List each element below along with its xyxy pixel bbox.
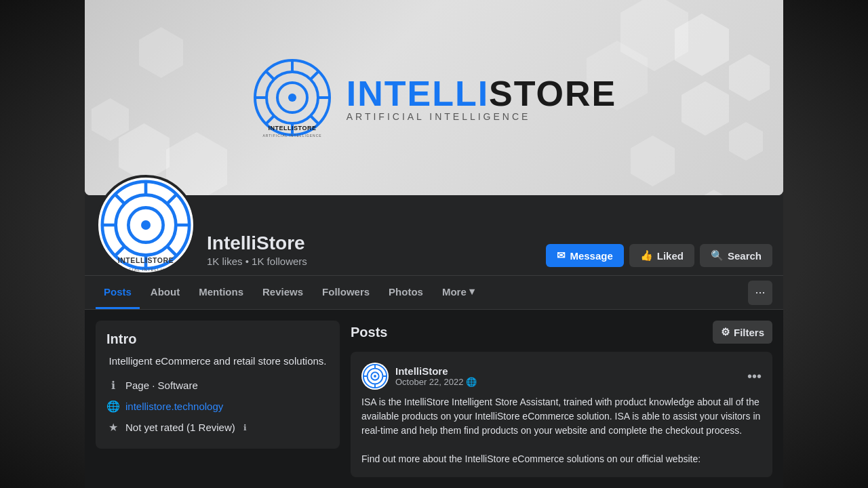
page-stats: 1K likes • 1K followers bbox=[207, 256, 535, 267]
message-button[interactable]: ✉ Message bbox=[546, 244, 623, 267]
svg-text:ARTIFICIAL INTELLIGENCE: ARTIFICIAL INTELLIGENCE bbox=[262, 134, 321, 138]
post-avatar bbox=[361, 363, 389, 390]
posts-header: Posts ⚙ Filters bbox=[351, 321, 772, 344]
message-icon: ✉ bbox=[557, 249, 566, 262]
intro-website-link[interactable]: intellistore.technology bbox=[125, 401, 223, 412]
message-label: Message bbox=[570, 250, 612, 262]
svg-text:INTELLISTORE: INTELLISTORE bbox=[118, 256, 174, 264]
post-visibility-icon: 🌐 bbox=[466, 377, 477, 387]
post-more-button[interactable]: ••• bbox=[747, 369, 762, 384]
svg-line-8 bbox=[311, 116, 319, 124]
post-author-name: IntelliStore bbox=[395, 365, 477, 377]
intro-website-row: 🌐 intellistore.technology bbox=[106, 396, 329, 417]
tab-photos[interactable]: Photos bbox=[380, 277, 431, 309]
tab-more[interactable]: More ▾ bbox=[434, 276, 483, 309]
intro-rating-row: ★ Not yet rated (1 Review) ℹ bbox=[106, 417, 329, 438]
post-body-line2: available products on your IntelliStore … bbox=[361, 409, 762, 424]
svg-line-10 bbox=[266, 116, 274, 124]
intellistore-logo-icon: INTELLISTORE ARTIFICIAL INTELLIGENCE bbox=[252, 57, 333, 138]
post-body: ISA is the IntelliStore Intelligent Stor… bbox=[361, 395, 762, 466]
liked-button[interactable]: 👍 Liked bbox=[629, 244, 694, 267]
intro-rating: Not yet rated (1 Review) bbox=[125, 422, 235, 433]
brand-logo-area: INTELLISTORE ARTIFICIAL INTELLIGENCE INT… bbox=[252, 57, 617, 138]
profile-actions: ✉ Message 👍 Liked 🔍 Search bbox=[546, 239, 772, 275]
svg-line-9 bbox=[311, 71, 319, 79]
tab-about[interactable]: About bbox=[142, 277, 188, 309]
post-body-line3: real-time and help them find products on… bbox=[361, 424, 762, 438]
post-avatar-icon bbox=[362, 363, 388, 389]
nav-tabs: Posts About Mentions Reviews Followers P… bbox=[85, 276, 783, 310]
search-icon: 🔍 bbox=[711, 249, 724, 262]
brand-name-part1: INTELLI bbox=[347, 74, 489, 113]
profile-section: INTELLISTORE ARTIFICIAL INTELLIGENCE Int… bbox=[85, 195, 783, 276]
left-column: Intro Intelligent eCommerce and retail s… bbox=[96, 321, 340, 477]
post-author: IntelliStore October 22, 2022 🌐 bbox=[361, 363, 477, 390]
cover-photo: INTELLISTORE ARTIFICIAL INTELLIGENCE INT… bbox=[85, 0, 783, 195]
more-label: More bbox=[442, 286, 467, 298]
nav-more-button[interactable]: ··· bbox=[748, 281, 772, 305]
svg-line-24 bbox=[115, 247, 125, 256]
posts-title: Posts bbox=[351, 325, 387, 340]
svg-line-23 bbox=[167, 195, 177, 204]
avatar: INTELLISTORE ARTIFICIAL INTELLIGENCE bbox=[96, 175, 196, 275]
globe-icon: 🌐 bbox=[106, 400, 120, 413]
avatar-container: INTELLISTORE ARTIFICIAL INTELLIGENCE bbox=[96, 175, 196, 275]
brand-subtitle: ARTIFICIAL INTELLIGENCE bbox=[347, 111, 617, 122]
post-date-text: October 22, 2022 bbox=[395, 377, 463, 387]
svg-point-11 bbox=[288, 94, 296, 102]
brand-name-text: INTELLISTORE ARTIFICIAL INTELLIGENCE bbox=[347, 73, 617, 122]
intro-page-row: ℹ Page · Software bbox=[106, 375, 329, 396]
filters-label: Filters bbox=[734, 327, 764, 338]
svg-line-7 bbox=[266, 71, 274, 79]
post-date: October 22, 2022 🌐 bbox=[395, 377, 477, 387]
post-author-info: IntelliStore October 22, 2022 🌐 bbox=[395, 365, 477, 387]
svg-point-31 bbox=[374, 375, 376, 378]
search-label: Search bbox=[728, 250, 762, 262]
chevron-down-icon: ▾ bbox=[469, 285, 475, 298]
liked-label: Liked bbox=[657, 250, 684, 262]
intro-description: Intelligent eCommerce and retail store s… bbox=[106, 355, 329, 367]
right-column: Posts ⚙ Filters bbox=[351, 321, 772, 477]
svg-point-25 bbox=[141, 220, 151, 230]
tab-posts[interactable]: Posts bbox=[96, 277, 140, 309]
brand-name-part2: STORE bbox=[489, 74, 616, 113]
thumbs-up-icon: 👍 bbox=[640, 249, 653, 262]
tab-mentions[interactable]: Mentions bbox=[191, 277, 252, 309]
star-icon: ★ bbox=[106, 421, 120, 434]
svg-line-21 bbox=[115, 195, 125, 204]
intro-page-type: Page · Software bbox=[125, 380, 198, 391]
svg-line-22 bbox=[167, 247, 177, 256]
post-card: IntelliStore October 22, 2022 🌐 ••• ISA … bbox=[351, 352, 772, 477]
post-body-line5: Find out more about the IntelliStore eCo… bbox=[361, 452, 762, 466]
intro-card: Intro Intelligent eCommerce and retail s… bbox=[96, 321, 340, 449]
info-icon: ℹ bbox=[106, 379, 120, 392]
profile-details: IntelliStore 1K likes • 1K followers bbox=[207, 227, 535, 275]
svg-text:INTELLISTORE: INTELLISTORE bbox=[268, 125, 316, 131]
tab-reviews[interactable]: Reviews bbox=[254, 277, 311, 309]
avatar-logo-icon: INTELLISTORE ARTIFICIAL INTELLIGENCE bbox=[98, 178, 193, 272]
post-body-line4 bbox=[361, 438, 762, 452]
search-button[interactable]: 🔍 Search bbox=[700, 244, 772, 267]
tab-followers[interactable]: Followers bbox=[314, 277, 378, 309]
filters-icon: ⚙ bbox=[721, 326, 730, 338]
rating-info-icon: ℹ bbox=[243, 423, 247, 432]
svg-text:ARTIFICIAL INTELLIGENCE: ARTIFICIAL INTELLIGENCE bbox=[111, 268, 180, 272]
filters-button[interactable]: ⚙ Filters bbox=[713, 321, 772, 344]
page-name: IntelliStore bbox=[207, 232, 535, 254]
post-body-line1: ISA is the IntelliStore Intelligent Stor… bbox=[361, 395, 762, 409]
intro-title: Intro bbox=[106, 331, 329, 347]
post-header: IntelliStore October 22, 2022 🌐 ••• bbox=[361, 363, 762, 390]
content-area: Intro Intelligent eCommerce and retail s… bbox=[85, 310, 783, 488]
